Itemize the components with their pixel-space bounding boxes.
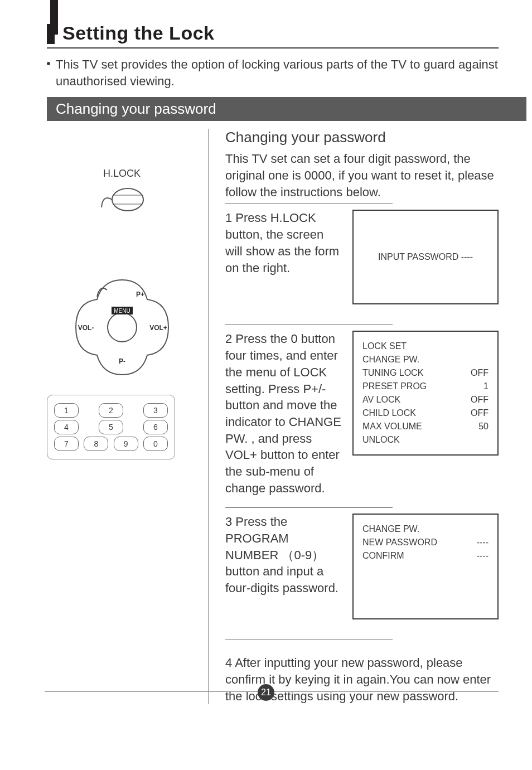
rule-3 [225,507,393,508]
svg-text:VOL+: VOL+ [149,324,167,332]
osd-1-text: INPUT PASSWORD ---- [378,250,473,264]
page-number-badge: 21 [258,684,274,701]
step-1-row: 1 Press H.LOCK button, the screen will s… [225,210,499,304]
osd-2-row: CHANGE PW. [362,353,489,366]
key-9: 9 [114,437,138,451]
step-2-row: 2 Press the 0 button four times, and ent… [225,331,499,496]
osd-2-row: UNLOCK [362,433,489,447]
step-2-text: 2 Press the 0 button four times, and ent… [225,331,352,496]
hlock-block: H.LOCK [47,168,197,219]
content-columns: H.LOCK MENU VOL- VOL+ P+ P- [47,129,499,704]
sub-intro: This TV set can set a four digit passwor… [225,151,499,200]
sub-heading: Changing your password [225,129,499,146]
corner-mark [50,0,58,35]
osd-2-row: PRESET PROG1 [362,380,489,393]
osd-3-row: CONFIRM---- [362,549,489,563]
rule-1 [225,204,393,204]
nav-pad-icon: MENU VOL- VOL+ P+ P- [69,274,175,380]
page-heading: Setting the Lock [62,22,214,44]
osd-3-row: NEW PASSWORD---- [362,536,489,549]
right-column: Changing your password This TV set can s… [209,129,499,704]
rule-4 [225,640,393,640]
step-1-text: 1 Press H.LOCK button, the screen will s… [225,210,352,276]
osd-3-row: CHANGE PW. [362,522,489,536]
key-4: 4 [54,420,79,434]
osd-2-title: LOCK SET [362,340,489,353]
step-3-row: 3 Press the PROGRAM NUMBER （0-9）button a… [225,514,499,619]
page: Setting the Lock This TV set provides th… [0,0,532,770]
osd-2-row: AV LOCKOFF [362,393,489,406]
hlock-label: H.LOCK [47,168,197,180]
osd-2-row: MAX VOLUME50 [362,420,489,433]
key-5: 5 [99,420,123,434]
key-2: 2 [99,403,123,418]
osd-2: LOCK SET CHANGE PW. TUNING LOCKOFF PRESE… [352,331,499,456]
step-3-text: 3 Press the PROGRAM NUMBER （0-9）button a… [225,514,352,596]
osd-2-row: TUNING LOCKOFF [362,366,489,380]
svg-text:P+: P+ [136,290,144,298]
key-3: 3 [143,403,168,418]
intro-text: This TV set provides the option of locki… [56,56,499,89]
osd-3: CHANGE PW. NEW PASSWORD---- CONFIRM---- [352,514,499,619]
osd-1: INPUT PASSWORD ---- [352,210,499,304]
key-1: 1 [54,403,79,418]
svg-text:P-: P- [119,357,125,365]
nav-menu-label: MENU [114,308,130,314]
left-column: H.LOCK MENU VOL- VOL+ P+ P- [47,129,209,704]
heading-rule [47,47,499,49]
rule-2 [225,325,393,325]
hlock-button-icon [97,183,147,216]
nav-pad-block: MENU VOL- VOL+ P+ P- [47,274,197,380]
osd-2-row: CHILD LOCKOFF [362,406,489,420]
key-0: 0 [143,437,168,451]
key-7: 7 [54,437,79,451]
intro-block: This TV set provides the option of locki… [47,56,499,89]
keypad: 1 2 3 4 5 6 7 8 9 0 [47,395,175,459]
bullet-icon [47,62,50,65]
heading-row: Setting the Lock [47,22,499,44]
svg-text:VOL-: VOL- [78,324,94,332]
key-8: 8 [84,437,108,451]
svg-point-1 [108,313,137,342]
svg-point-0 [112,188,143,211]
key-6: 6 [143,420,168,434]
section-bar: Changing your password [47,97,526,121]
